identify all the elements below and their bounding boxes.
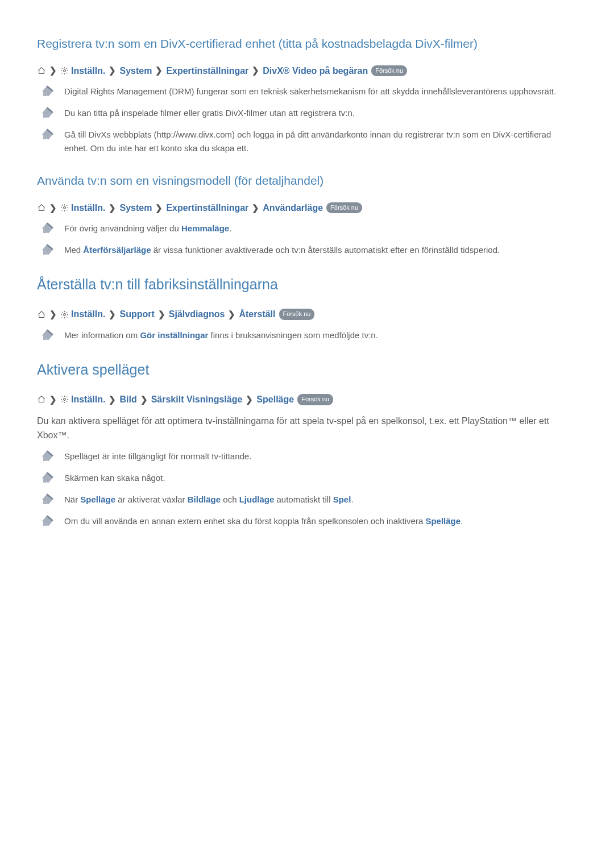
chevron-icon: ❯ bbox=[109, 308, 116, 321]
note-text-pre: Med bbox=[64, 245, 83, 255]
crumb-game-mode[interactable]: Spelläge bbox=[256, 392, 294, 407]
note-item: Digital Rights Management (DRM) fungerar… bbox=[44, 85, 577, 98]
gear-icon bbox=[60, 203, 69, 212]
note-list-game: Spelläget är inte tillgängligt för norma… bbox=[37, 450, 577, 528]
crumb-support[interactable]: Support bbox=[119, 307, 154, 322]
svg-point-2 bbox=[64, 313, 66, 315]
pencil-icon bbox=[42, 85, 53, 97]
chevron-icon: ❯ bbox=[49, 201, 57, 215]
chevron-icon: ❯ bbox=[252, 201, 259, 215]
svg-point-0 bbox=[64, 70, 66, 72]
t: är aktiverat växlar bbox=[115, 495, 188, 504]
try-now-badge[interactable]: Försök nu bbox=[326, 202, 362, 214]
t: . bbox=[460, 516, 463, 526]
t: och bbox=[221, 495, 239, 504]
crumb-picture[interactable]: Bild bbox=[119, 392, 136, 407]
crumb-selfdiag[interactable]: Självdiagnos bbox=[169, 307, 225, 322]
note-item: Gå till DivXs webbplats (http://www.divx… bbox=[44, 128, 577, 155]
gear-icon bbox=[60, 310, 69, 319]
section-title-game: Aktivera spelläget bbox=[37, 358, 577, 381]
note-text: Med Återförsäljarläge är vissa funktione… bbox=[64, 243, 577, 257]
t: . bbox=[351, 495, 353, 504]
note-text: När Spelläge är aktiverat växlar Bildläg… bbox=[64, 493, 577, 506]
crumb-settings[interactable]: Inställn. bbox=[71, 307, 105, 322]
note-item: Spelläget är inte tillgängligt för norma… bbox=[44, 450, 577, 463]
note-item: Mer information om Gör inställningar fin… bbox=[44, 329, 577, 342]
try-now-badge[interactable]: Försök nu bbox=[279, 309, 315, 320]
crumb-system[interactable]: System bbox=[119, 201, 152, 215]
crumb-settings[interactable]: Inställn. bbox=[71, 201, 105, 215]
link-do-settings[interactable]: Gör inställningar bbox=[140, 330, 208, 340]
gear-icon bbox=[60, 395, 69, 404]
chevron-icon: ❯ bbox=[155, 64, 163, 77]
link-game[interactable]: Spel bbox=[333, 495, 351, 504]
note-text: Gå till DivXs webbplats (http://www.divx… bbox=[64, 128, 577, 155]
home-icon bbox=[37, 67, 46, 75]
note-text-post: . bbox=[229, 223, 231, 233]
chevron-icon: ❯ bbox=[246, 393, 253, 406]
pencil-icon bbox=[42, 515, 53, 526]
svg-point-3 bbox=[64, 398, 66, 401]
breadcrumb-game: ❯ Inställn. ❯ Bild ❯ Särskilt Visningslä… bbox=[37, 392, 577, 407]
breadcrumb-reset: ❯ Inställn. ❯ Support ❯ Självdiagnos ❯ Å… bbox=[37, 307, 577, 322]
pencil-icon bbox=[42, 244, 53, 256]
breadcrumb-retail: ❯ Inställn. ❯ System ❯ Expertinställning… bbox=[37, 201, 577, 215]
note-text-pre: För övrig användning väljer du bbox=[64, 223, 181, 233]
note-text: Om du vill använda en annan extern enhet… bbox=[64, 514, 577, 528]
link-game-mode[interactable]: Spelläge bbox=[425, 516, 460, 526]
t: När bbox=[64, 495, 80, 504]
t: Om du vill använda en annan extern enhet… bbox=[64, 516, 425, 526]
note-text-post: är vissa funktioner avaktiverade och tv:… bbox=[151, 245, 500, 255]
chevron-icon: ❯ bbox=[49, 64, 57, 77]
crumb-usage-mode[interactable]: Användarläge bbox=[263, 201, 323, 215]
section-title-reset: Återställa tv:n till fabriksinställninga… bbox=[37, 273, 577, 296]
note-item: Med Återförsäljarläge är vissa funktione… bbox=[44, 243, 577, 257]
home-icon bbox=[37, 203, 46, 212]
section-title-divx: Registrera tv:n som en DivX-certifierad … bbox=[37, 34, 577, 53]
note-list-divx: Digital Rights Management (DRM) fungerar… bbox=[37, 85, 577, 155]
crumb-settings[interactable]: Inställn. bbox=[71, 64, 105, 78]
crumb-expert[interactable]: Expertinställningar bbox=[166, 64, 248, 78]
chevron-icon: ❯ bbox=[158, 308, 165, 321]
breadcrumb-divx: ❯ Inställn. ❯ System ❯ Expertinställning… bbox=[37, 64, 577, 78]
note-text: Digital Rights Management (DRM) fungerar… bbox=[64, 85, 577, 98]
crumb-system[interactable]: System bbox=[119, 64, 152, 78]
chevron-icon: ❯ bbox=[140, 393, 148, 406]
pencil-icon bbox=[42, 493, 53, 505]
try-now-badge[interactable]: Försök nu bbox=[297, 394, 333, 405]
note-item: Skärmen kan skaka något. bbox=[44, 471, 577, 485]
crumb-expert[interactable]: Expertinställningar bbox=[166, 201, 248, 215]
pencil-icon bbox=[42, 223, 53, 234]
note-item: För övrig användning väljer du Hemmaläge… bbox=[44, 222, 577, 235]
crumb-settings[interactable]: Inställn. bbox=[71, 392, 105, 407]
crumb-reset[interactable]: Återställ bbox=[239, 307, 275, 322]
note-text-post: finns i bruksanvisningen som medföljde t… bbox=[208, 330, 377, 340]
note-list-retail: För övrig användning väljer du Hemmaläge… bbox=[37, 222, 577, 257]
link-retail-mode[interactable]: Återförsäljarläge bbox=[83, 245, 151, 255]
link-sound-mode[interactable]: Ljudläge bbox=[239, 495, 275, 504]
gear-icon bbox=[60, 67, 69, 75]
crumb-special-view[interactable]: Särskilt Visningsläge bbox=[151, 392, 243, 407]
chevron-icon: ❯ bbox=[228, 308, 235, 321]
chevron-icon: ❯ bbox=[49, 308, 57, 321]
note-text: Du kan titta på inspelade filmer eller g… bbox=[64, 106, 577, 120]
note-text: För övrig användning väljer du Hemmaläge… bbox=[64, 222, 577, 235]
note-text: Mer information om Gör inställningar fin… bbox=[64, 329, 577, 342]
chevron-icon: ❯ bbox=[109, 64, 116, 77]
pencil-icon bbox=[42, 128, 53, 140]
crumb-divx-vod[interactable]: DivX® Video på begäran bbox=[263, 64, 368, 78]
pencil-icon bbox=[42, 472, 53, 483]
link-picture-mode[interactable]: Bildläge bbox=[188, 495, 221, 504]
chevron-icon: ❯ bbox=[109, 393, 116, 406]
chevron-icon: ❯ bbox=[252, 64, 259, 77]
try-now-badge[interactable]: Försök nu bbox=[371, 65, 407, 77]
pencil-icon bbox=[42, 450, 53, 462]
note-text-pre: Mer information om bbox=[64, 330, 140, 340]
note-list-reset: Mer information om Gör inställningar fin… bbox=[37, 329, 577, 342]
link-home-mode[interactable]: Hemmaläge bbox=[181, 223, 229, 233]
section-title-retail: Använda tv:n som en visningsmodell (för … bbox=[37, 171, 577, 190]
chevron-icon: ❯ bbox=[155, 201, 163, 215]
t: automatiskt till bbox=[274, 495, 333, 504]
note-item: När Spelläge är aktiverat växlar Bildläg… bbox=[44, 493, 577, 506]
link-game-mode[interactable]: Spelläge bbox=[80, 495, 115, 504]
